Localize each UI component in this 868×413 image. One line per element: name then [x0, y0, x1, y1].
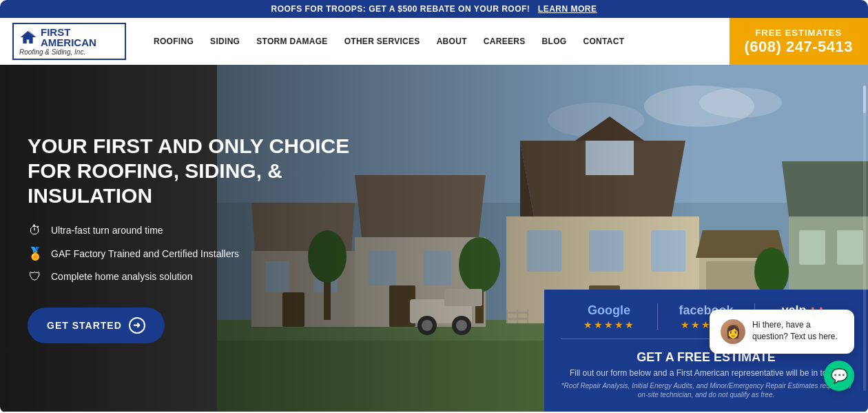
- google-stars: ★★★★★: [561, 319, 657, 330]
- logo-house-icon: [19, 29, 37, 46]
- chat-widget[interactable]: 👩 Hi there, have a question? Text us her…: [710, 310, 854, 391]
- hero-content: YOUR FIRST AND ONLY CHOICE FOR ROOFING, …: [0, 65, 477, 412]
- nav-item-roofing[interactable]: ROOFING: [145, 37, 202, 46]
- cta-phone-area[interactable]: FREE ESTIMATES (608) 247-5413: [730, 18, 868, 65]
- scrollbar-thumb: [863, 85, 866, 113]
- announcement-link[interactable]: LEARN MORE: [538, 4, 597, 14]
- google-review: Google ★★★★★: [561, 303, 658, 330]
- hero-feature-2-text: GAF Factory Trained and Certified Instal…: [51, 248, 239, 259]
- hero-section: YOUR FIRST AND ONLY CHOICE FOR ROOFING, …: [0, 65, 868, 412]
- main-nav: ROOFING SIDING STORM DAMAGE OTHER SERVIC…: [138, 37, 730, 46]
- get-started-button[interactable]: GET STARTED ➜: [28, 308, 165, 343]
- nav-item-careers[interactable]: CAREERS: [475, 37, 534, 46]
- shield-icon: 🛡: [28, 270, 43, 284]
- get-started-label: GET STARTED: [47, 320, 122, 331]
- google-label: Google: [561, 303, 657, 318]
- free-estimates-label: FREE ESTIMATES: [755, 28, 842, 38]
- site-header: FIRST AMERICAN Roofing & Siding, Inc. RO…: [0, 18, 868, 65]
- announcement-bar: ROOFS FOR TROOPS: GET A $500 REBATE ON Y…: [0, 0, 868, 18]
- chat-bubble: 👩 Hi there, have a question? Text us her…: [710, 310, 854, 354]
- chat-avatar: 👩: [721, 319, 745, 344]
- logo-top: FIRST AMERICAN: [19, 27, 119, 48]
- phone-number: (608) 247-5413: [745, 38, 853, 56]
- nav-item-siding[interactable]: SIDING: [202, 37, 248, 46]
- logo-name: FIRST AMERICAN: [41, 27, 119, 48]
- nav-item-other-services[interactable]: OTHER SERVICES: [336, 37, 428, 46]
- nav-item-contact[interactable]: CONTACT: [575, 37, 632, 46]
- nav-item-about[interactable]: ABOUT: [428, 37, 475, 46]
- clock-icon: ⏱: [28, 223, 43, 238]
- hero-feature-1-text: Ultra-fast turn around time: [51, 225, 163, 236]
- chat-message: Hi there, have a question? Text us here.: [752, 319, 843, 343]
- hero-feature-2: 🏅 GAF Factory Trained and Certified Inst…: [28, 246, 450, 261]
- scrollbar[interactable]: [863, 85, 866, 391]
- nav-item-storm-damage[interactable]: STORM DAMAGE: [248, 37, 335, 46]
- svg-marker-0: [21, 31, 35, 43]
- logo-box: FIRST AMERICAN Roofing & Siding, Inc.: [12, 23, 126, 60]
- logo-subtitle: Roofing & Siding, Inc.: [19, 48, 85, 56]
- logo-area[interactable]: FIRST AMERICAN Roofing & Siding, Inc.: [0, 17, 138, 66]
- arrow-circle-icon: ➜: [129, 317, 145, 334]
- hero-feature-3-text: Complete home analysis solution: [51, 271, 192, 282]
- announcement-text: ROOFS FOR TROOPS: GET A $500 REBATE ON Y…: [271, 4, 530, 14]
- chat-open-button[interactable]: 💬: [824, 361, 854, 391]
- hero-headline: YOUR FIRST AND ONLY CHOICE FOR ROOFING, …: [28, 134, 358, 208]
- nav-item-blog[interactable]: BLOG: [534, 37, 575, 46]
- hero-feature-3: 🛡 Complete home analysis solution: [28, 270, 450, 284]
- certified-icon: 🏅: [28, 246, 43, 261]
- hero-feature-1: ⏱ Ultra-fast turn around time: [28, 223, 450, 238]
